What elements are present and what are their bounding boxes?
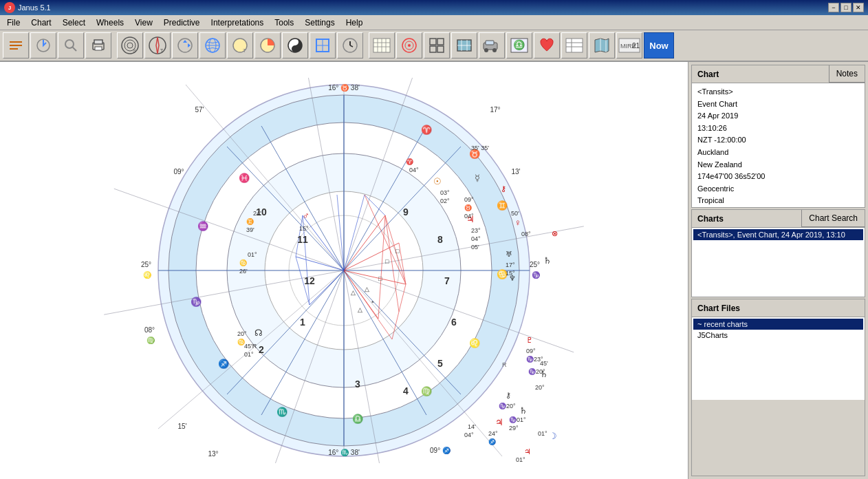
svg-text:23°: 23° xyxy=(471,227,481,234)
svg-text:2: 2 xyxy=(259,344,264,355)
menu-tools[interactable]: Tools xyxy=(269,17,299,29)
svg-text:♊: ♊ xyxy=(497,200,508,211)
svg-text:☉: ☉ xyxy=(433,176,442,187)
chart-files-item-recent[interactable]: ~ recent charts xyxy=(693,319,863,330)
svg-text:04°: 04° xyxy=(471,235,481,242)
svg-text:⊗: ⊗ xyxy=(552,229,558,237)
svg-text:13': 13' xyxy=(511,168,520,175)
chart-info-system: Geocentric xyxy=(697,183,859,195)
title-bar-controls[interactable]: − □ ✕ xyxy=(828,3,864,12)
astrology-chart: 10 11 12 1 2 3 4 5 6 7 8 9 16° ♉ 38' 17°… xyxy=(89,78,598,463)
svg-text:♆: ♆ xyxy=(509,274,516,282)
svg-text:⚷: ⚷ xyxy=(506,391,511,399)
svg-text:01°: 01° xyxy=(248,251,257,258)
app-title: Janus 5.1 xyxy=(18,3,51,12)
tb-yin-yang[interactable] xyxy=(282,32,308,58)
menu-settings[interactable]: Settings xyxy=(299,17,340,29)
svg-text:5: 5 xyxy=(437,358,443,369)
svg-text:8: 8 xyxy=(437,234,443,245)
tb-wheel1[interactable]: S xyxy=(117,32,143,58)
chart-search-button[interactable]: Chart Search xyxy=(801,210,865,227)
menu-wheels[interactable]: Wheels xyxy=(91,17,129,29)
menu-chart[interactable]: Chart xyxy=(25,17,56,29)
tb-chart-icon[interactable]: ♎ xyxy=(506,32,532,58)
chart-info-tz: NZT -12:00:00 xyxy=(697,134,859,147)
tb-now[interactable]: Now xyxy=(644,32,674,58)
svg-text:21: 21 xyxy=(632,42,640,50)
tb-heart[interactable] xyxy=(534,32,560,58)
svg-text:♓: ♓ xyxy=(239,172,250,184)
tb-square[interactable] xyxy=(310,32,336,58)
svg-point-44 xyxy=(484,48,488,52)
chart-files-item-j5[interactable]: J5Charts xyxy=(693,330,863,341)
main-content: 10 11 12 1 2 3 4 5 6 7 8 9 16° ♉ 38' 17°… xyxy=(0,62,868,479)
chart-info-city: Auckland xyxy=(697,147,859,159)
svg-rect-43 xyxy=(486,41,494,45)
tb-open[interactable] xyxy=(3,32,29,58)
svg-text:17°: 17° xyxy=(506,262,515,268)
tb-search[interactable] xyxy=(58,32,84,58)
svg-text:♄: ♄ xyxy=(543,255,552,266)
svg-text:T: T xyxy=(160,48,164,53)
chart-info-transits: <Transits> xyxy=(697,86,859,98)
svg-rect-40 xyxy=(437,46,444,52)
tb-clock[interactable] xyxy=(337,32,363,58)
tb-vehicle[interactable] xyxy=(479,32,505,58)
svg-text:♍: ♍ xyxy=(421,385,433,397)
svg-text:11: 11 xyxy=(297,234,308,245)
tb-wheel2[interactable]: T xyxy=(144,32,171,58)
menu-predictive[interactable]: Predictive xyxy=(158,17,206,29)
charts-list-item[interactable]: <Transits>, Event Chart, 24 Apr 2019, 13… xyxy=(693,229,863,240)
tb-arrows[interactable] xyxy=(172,32,198,58)
menu-file[interactable]: File xyxy=(1,17,25,29)
charts-list: <Transits>, Event Chart, 24 Apr 2019, 13… xyxy=(692,228,865,297)
svg-text:25°: 25° xyxy=(141,261,151,268)
svg-text:♂: ♂ xyxy=(303,211,310,221)
tb-save[interactable] xyxy=(30,32,56,58)
chart-info: <Transits> Event Chart 24 Apr 2019 13:10… xyxy=(692,83,865,207)
menu-help[interactable]: Help xyxy=(340,17,369,29)
svg-text:24°: 24° xyxy=(488,430,498,437)
notes-button[interactable]: Notes xyxy=(829,65,865,83)
svg-text:♒: ♒ xyxy=(197,220,209,232)
svg-rect-5 xyxy=(95,47,102,50)
svg-text:R: R xyxy=(502,361,507,368)
chart-files-title: Chart Files xyxy=(692,299,865,317)
tb-grid2[interactable] xyxy=(424,32,450,58)
svg-text:*: * xyxy=(371,299,374,306)
tb-map[interactable] xyxy=(451,32,477,58)
menu-interpretations[interactable]: Interpretations xyxy=(206,17,270,29)
svg-text:♑: ♑ xyxy=(191,296,202,308)
svg-text:♎: ♎ xyxy=(352,413,364,425)
svg-point-20 xyxy=(294,41,296,43)
tb-table[interactable] xyxy=(561,32,587,58)
tb-globe-t[interactable]: T xyxy=(227,32,253,58)
chart-area: 10 11 12 1 2 3 4 5 6 7 8 9 16° ♉ 38' 17°… xyxy=(0,62,688,479)
minimize-button[interactable]: − xyxy=(828,3,839,12)
tb-map2[interactable] xyxy=(589,32,615,58)
svg-text:9: 9 xyxy=(403,206,409,217)
close-button[interactable]: ✕ xyxy=(853,3,864,12)
tb-grid-score[interactable] xyxy=(369,32,395,58)
svg-text:01°: 01° xyxy=(516,456,525,463)
svg-text:♈: ♈ xyxy=(406,158,414,166)
tb-pie[interactable] xyxy=(254,32,281,58)
tb-globe[interactable] xyxy=(199,32,226,58)
tb-target[interactable] xyxy=(396,32,422,58)
tb-print[interactable] xyxy=(85,32,111,58)
chart-info-coords: 174e47'00 36s52'00 xyxy=(697,171,859,183)
maximize-button[interactable]: □ xyxy=(840,3,851,12)
chart-files-list: ~ recent charts J5Charts xyxy=(692,317,865,400)
svg-text:□: □ xyxy=(378,275,382,282)
chart-info-country: New Zealand xyxy=(697,159,859,171)
svg-text:50': 50' xyxy=(511,210,519,217)
svg-text:39': 39' xyxy=(246,226,254,233)
chart-panel: Chart Notes <Transits> Event Chart 24 Ap… xyxy=(691,65,865,208)
svg-text:☿: ☿ xyxy=(475,173,480,183)
svg-point-8 xyxy=(127,43,133,48)
tb-mirror[interactable]: MIRR 21 xyxy=(616,32,642,58)
svg-text:29°: 29° xyxy=(509,425,519,432)
menu-select[interactable]: Select xyxy=(57,17,91,29)
menu-view[interactable]: View xyxy=(129,17,158,29)
svg-text:♊: ♊ xyxy=(246,217,254,226)
